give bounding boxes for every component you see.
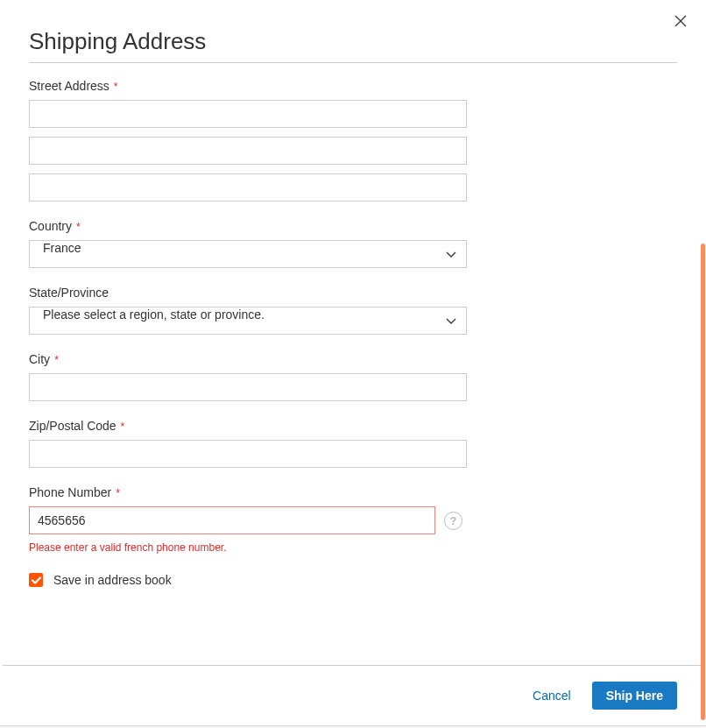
- phone-label: Phone Number: [29, 485, 467, 499]
- phone-error-message: Please enter a valid french phone number…: [29, 541, 467, 554]
- city-label: City: [29, 352, 467, 366]
- field-zip: Zip/Postal Code: [29, 419, 467, 468]
- field-phone: Phone Number ? Please enter a valid fren…: [29, 485, 467, 554]
- modal-body: Shipping Address Street Address Country …: [3, 0, 703, 725]
- country-select[interactable]: France: [29, 240, 467, 268]
- ship-here-button[interactable]: Ship Here: [592, 682, 677, 710]
- phone-input[interactable]: [29, 506, 435, 534]
- modal-title: Shipping Address: [29, 28, 677, 63]
- street-label: Street Address: [29, 79, 467, 93]
- zip-input[interactable]: [29, 440, 467, 468]
- field-country: Country France: [29, 219, 467, 268]
- country-label: Country: [29, 219, 467, 233]
- field-save-address-book: Save in address book: [29, 573, 467, 587]
- close-icon: [674, 15, 687, 31]
- street-line2-input[interactable]: [29, 137, 467, 165]
- zip-label: Zip/Postal Code: [29, 419, 467, 433]
- close-button[interactable]: [670, 12, 691, 33]
- field-region: State/Province Please select a region, s…: [29, 286, 467, 335]
- field-street: Street Address: [29, 79, 467, 201]
- tooltip-help-icon[interactable]: ?: [444, 512, 462, 530]
- save-address-book-checkbox[interactable]: [29, 573, 43, 587]
- shipping-form: Street Address Country France State/Prov…: [29, 79, 467, 587]
- shipping-address-modal: Shipping Address Street Address Country …: [3, 0, 703, 725]
- scrollbar-thumb[interactable]: [701, 244, 705, 720]
- modal-footer: Cancel Ship Here: [3, 665, 703, 725]
- region-label: State/Province: [29, 286, 467, 300]
- save-address-book-label[interactable]: Save in address book: [53, 573, 172, 587]
- street-line3-input[interactable]: [29, 173, 467, 201]
- region-select[interactable]: Please select a region, state or provinc…: [29, 307, 467, 335]
- field-city: City: [29, 352, 467, 401]
- city-input[interactable]: [29, 373, 467, 401]
- street-line1-input[interactable]: [29, 100, 467, 128]
- cancel-button[interactable]: Cancel: [533, 689, 571, 703]
